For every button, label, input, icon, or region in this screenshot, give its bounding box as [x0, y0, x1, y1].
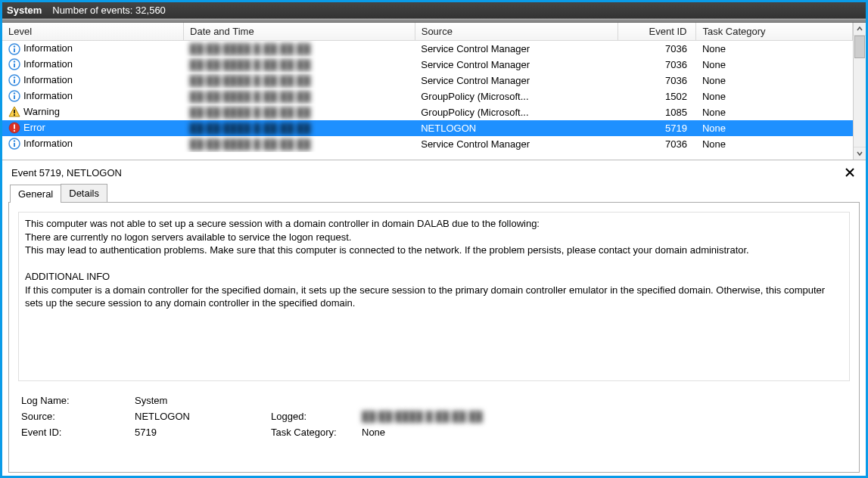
cell-level: Warning [2, 104, 184, 120]
table-row[interactable]: Information██/██/████ █:██:██ ██Service … [2, 57, 853, 73]
table-row[interactable]: Error██/██/████ █:██:██ ██NETLOGON5719No… [2, 120, 853, 136]
empty-cell [271, 395, 362, 406]
event-message: This computer was not able to set up a s… [18, 212, 850, 381]
message-line [25, 257, 843, 271]
logged-label: Logged: [271, 411, 362, 422]
eventid-label: Event ID: [21, 427, 135, 438]
cell-eventid: 5719 [618, 120, 696, 136]
table-row[interactable]: Information██/██/████ █:██:██ ██GroupPol… [2, 88, 853, 104]
scrollbar-thumb[interactable] [854, 36, 865, 58]
close-button[interactable] [843, 166, 857, 179]
scroll-up-button[interactable] [854, 23, 866, 36]
error-icon [8, 122, 20, 134]
info-icon [8, 74, 20, 86]
event-list-pane: Level Date and Time Source Event ID Task… [2, 23, 866, 160]
cell-datetime: ██/██/████ █:██:██ ██ [184, 88, 415, 104]
info-icon [8, 43, 20, 55]
log-name-label: Log Name: [21, 395, 135, 406]
tab-general[interactable]: General [10, 185, 61, 203]
cell-source: Service Control Manager [415, 41, 618, 57]
cell-level: Information [2, 41, 184, 57]
cell-taskcat: None [696, 41, 853, 57]
col-source[interactable]: Source [415, 23, 618, 41]
col-datetime[interactable]: Date and Time [184, 23, 415, 41]
message-line: ADDITIONAL INFO [25, 270, 843, 284]
cell-datetime: ██/██/████ █:██:██ ██ [184, 120, 415, 136]
cell-source: NETLOGON [415, 120, 618, 136]
cell-source: Service Control Manager [415, 57, 618, 73]
level-text: Information [23, 74, 73, 85]
chevron-down-icon [857, 151, 863, 157]
cell-datetime: ██/██/████ █:██:██ ██ [184, 136, 415, 152]
cell-eventid: 7036 [618, 41, 696, 57]
cell-taskcat: None [696, 136, 853, 152]
cell-level: Information [2, 73, 184, 88]
message-line: This may lead to authentication problems… [25, 244, 843, 257]
cell-source: Service Control Manager [415, 73, 618, 88]
taskcat-label: Task Category: [271, 427, 362, 438]
source-label: Source: [21, 411, 135, 422]
event-detail-pane: Event 5719, NETLOGON General Details Thi… [2, 160, 866, 473]
level-text: Warning [23, 106, 60, 117]
cell-datetime: ██/██/████ █:██:██ ██ [184, 57, 415, 73]
cell-taskcat: None [696, 88, 853, 104]
cell-source: GroupPolicy (Microsoft... [415, 104, 618, 120]
cell-eventid: 1085 [618, 104, 696, 120]
log-name-value: System [135, 395, 271, 406]
source-value: NETLOGON [135, 411, 271, 422]
cell-level: Information [2, 57, 184, 73]
chevron-up-icon [857, 26, 863, 32]
close-icon [845, 168, 854, 177]
scroll-down-button[interactable] [854, 147, 866, 160]
cell-datetime: ██/██/████ █:██:██ ██ [184, 73, 415, 88]
taskcat-value: None [362, 427, 850, 438]
empty-cell [362, 395, 850, 406]
col-level[interactable]: Level [2, 23, 184, 41]
cell-datetime: ██/██/████ █:██:██ ██ [184, 104, 415, 120]
tab-strip: General Details [2, 184, 866, 202]
col-taskcat[interactable]: Task Category [696, 23, 853, 41]
col-eventid[interactable]: Event ID [618, 23, 696, 41]
table-row[interactable]: Information██/██/████ █:██:██ ██Service … [2, 73, 853, 88]
table-row[interactable]: Warning██/██/████ █:██:██ ██GroupPolicy … [2, 104, 853, 120]
event-properties-grid: Log Name: System Source: NETLOGON Logged… [18, 395, 850, 438]
eventid-value: 5719 [135, 427, 271, 438]
level-text: Error [23, 122, 45, 133]
log-name: System [7, 5, 42, 16]
message-line: This computer was not able to set up a s… [25, 217, 843, 231]
column-header-row[interactable]: Level Date and Time Source Event ID Task… [2, 23, 853, 41]
cell-level: Information [2, 88, 184, 104]
cell-level: Error [2, 120, 184, 136]
message-line: If this computer is a domain controller … [25, 284, 843, 310]
cell-taskcat: None [696, 57, 853, 73]
cell-datetime: ██/██/████ █:██:██ ██ [184, 41, 415, 57]
cell-source: GroupPolicy (Microsoft... [415, 88, 618, 104]
detail-title: Event 5719, NETLOGON [11, 167, 122, 178]
vertical-scrollbar[interactable] [853, 23, 866, 160]
cell-eventid: 1502 [618, 88, 696, 104]
log-header: System Number of events: 32,560 [2, 2, 866, 19]
message-line: There are currently no logon servers ava… [25, 231, 843, 244]
info-icon [8, 90, 20, 102]
detail-body: This computer was not able to set up a s… [8, 202, 860, 473]
cell-taskcat: None [696, 120, 853, 136]
cell-level: Information [2, 136, 184, 152]
level-text: Information [23, 42, 73, 54]
cell-taskcat: None [696, 104, 853, 120]
info-icon [8, 138, 20, 150]
logged-value: ██/██/████ █:██:██ ██ [362, 411, 850, 422]
cell-eventid: 7036 [618, 136, 696, 152]
cell-eventid: 7036 [618, 57, 696, 73]
event-table[interactable]: Level Date and Time Source Event ID Task… [2, 23, 853, 152]
level-text: Information [23, 138, 73, 149]
table-row[interactable]: Information██/██/████ █:██:██ ██Service … [2, 136, 853, 152]
level-text: Information [23, 90, 73, 101]
cell-taskcat: None [696, 73, 853, 88]
table-row[interactable]: Information██/██/████ █:██:██ ██Service … [2, 41, 853, 57]
warn-icon [8, 106, 20, 118]
event-count: Number of events: 32,560 [52, 5, 166, 16]
cell-source: Service Control Manager [415, 136, 618, 152]
level-text: Information [23, 58, 73, 70]
tab-details[interactable]: Details [61, 184, 107, 202]
cell-eventid: 7036 [618, 73, 696, 88]
